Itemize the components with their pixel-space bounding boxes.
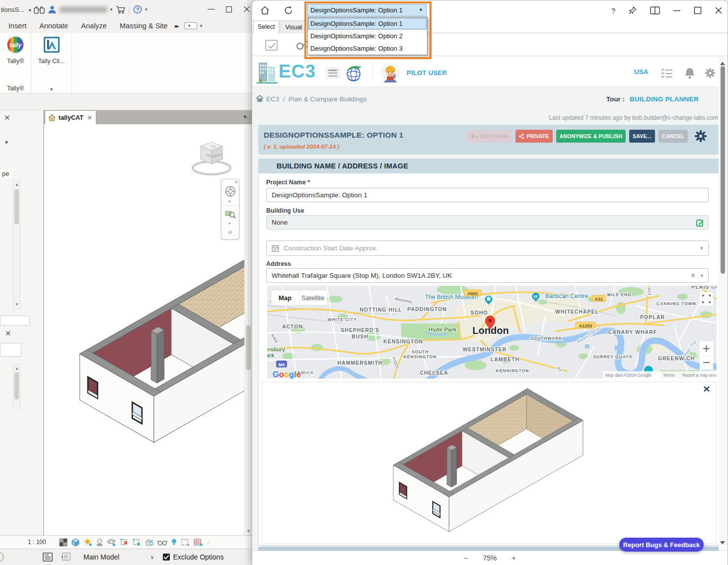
view-tab-tallycat[interactable]: tallyCAT ✕ [45, 110, 96, 124]
collapse-arrow-icon[interactable]: ◂ [28, 7, 31, 12]
dropdown-option-1[interactable]: DesignOptionsSample: Option 1 [308, 17, 427, 30]
breadcrumb-home-icon[interactable] [256, 95, 264, 102]
design-option-caret[interactable]: ∨ [150, 554, 154, 561]
detail-level-icon[interactable] [71, 538, 80, 547]
building-settings-gear-icon[interactable] [694, 130, 707, 143]
tally-button[interactable]: tally Tally® [1, 35, 29, 65]
dropdown-option-2[interactable]: DesignOptionsSample: Option 2 [308, 30, 427, 42]
ec3-logo-text[interactable]: EC3 [279, 61, 316, 82]
close-button[interactable] [243, 6, 250, 13]
tour-link[interactable]: BUILDING PLANNER [630, 95, 699, 103]
anonymize-publish-button[interactable]: ANONYMIZE & PUBLISH [556, 130, 626, 143]
region-selector[interactable]: USA [634, 68, 649, 76]
tab-visualize[interactable]: Visual [280, 20, 308, 33]
remove-image-icon[interactable]: ✕ [703, 384, 711, 395]
section-header[interactable]: BUILDING NAME / ADDRESS / IMAGE [258, 159, 719, 173]
breadcrumb-root[interactable]: EC3 [266, 95, 279, 103]
rendering-dialog-icon[interactable] [107, 538, 116, 547]
ribbon-panel-label[interactable]: Tally® [0, 85, 31, 92]
crop-view-off-icon[interactable] [120, 538, 129, 547]
minimize-button[interactable] [208, 6, 215, 13]
panel-input-fragment[interactable] [0, 316, 30, 325]
scroll-down-arrow[interactable] [720, 541, 725, 547]
user-account-icon[interactable] [48, 5, 57, 14]
expand-tabs-icon[interactable]: ▸▸ [175, 23, 178, 29]
exclude-options-checkbox[interactable] [163, 554, 170, 561]
zoom-out-button[interactable]: − [464, 554, 468, 562]
panel-close-icon-2[interactable]: ✕ [5, 329, 11, 338]
reveal-hidden-icon[interactable] [171, 538, 177, 547]
split-view-icon[interactable] [650, 6, 660, 14]
canvas-vertical-scrollbar[interactable]: ▼ [244, 124, 252, 535]
user-name[interactable]: PILOT USER [407, 69, 447, 77]
shadows-icon[interactable] [96, 538, 103, 547]
design-options-picker-icon[interactable] [61, 553, 71, 562]
select-checkbox-icon[interactable] [265, 40, 278, 51]
view-tab-close-icon[interactable]: ✕ [87, 114, 92, 121]
selection-box-icon[interactable] [181, 538, 190, 547]
help-icon[interactable]: ? [611, 6, 615, 15]
notifications-bell-icon[interactable] [684, 67, 695, 79]
google-map[interactable]: NOTTING HILLPADDINGTONWHITE CITYACTONSHE… [267, 286, 717, 379]
help-dropdown-caret[interactable]: ▾ [145, 7, 147, 12]
minimize-icon[interactable] [673, 6, 681, 14]
private-button[interactable]: PRIVATE [515, 130, 552, 143]
panel-close-icon[interactable]: ✕ [4, 113, 10, 122]
ribbon-dropdown-caret[interactable]: ▾ [200, 23, 203, 28]
model-canvas[interactable]: FRONT RIGHT TOP ⊗ ▾ ▾ ⊖ ▼ [44, 124, 252, 535]
c-change-globe-icon[interactable] [344, 63, 364, 82]
maximize-button[interactable] [225, 6, 232, 13]
page-scrollbar[interactable] [719, 56, 727, 551]
visual-style-icon[interactable] [59, 538, 68, 547]
crop-region-icon[interactable] [132, 538, 141, 547]
construction-date-field[interactable]: Construction Start Date Approx. ▼ [266, 241, 709, 256]
project-name-input[interactable]: DesignOptionsSample: Option 1 [266, 188, 709, 202]
view-tab-menu-icon[interactable]: ▼̶ [242, 114, 248, 120]
save-button[interactable]: SAVE... [629, 130, 655, 143]
scroll-thumb[interactable] [721, 66, 725, 274]
menu-icon[interactable] [325, 67, 340, 79]
pin-icon[interactable] [628, 6, 637, 15]
undo-button[interactable]: Can't Undo [467, 130, 512, 143]
navigation-bar[interactable]: ⊗ ▾ ▾ ⊖ [221, 179, 239, 240]
ec3-logo-icon[interactable] [257, 60, 279, 83]
maximize-icon[interactable] [694, 6, 702, 14]
tally-climate-button[interactable]: Tally Cli... [38, 35, 66, 65]
scale-control[interactable]: 1 : 100 [28, 539, 46, 546]
dropdown-option-3[interactable]: DesignOptionsSample: Option 3 [308, 42, 427, 55]
panel-dropdown-caret[interactable]: ▼ [4, 140, 9, 145]
properties-scrollbar[interactable]: ▲ ▼ [13, 180, 20, 309]
close-icon[interactable] [715, 6, 723, 14]
unlocked-view-icon[interactable] [145, 538, 154, 547]
ribbon-display-toggle[interactable] [184, 22, 197, 29]
address-dropdown-caret[interactable]: ▼ [700, 273, 704, 278]
zoom-in-button[interactable]: + [512, 554, 516, 562]
pilot-user-avatar[interactable] [380, 62, 401, 83]
temporary-hide-isolate-icon[interactable] [157, 539, 167, 546]
zoom-tool-icon[interactable] [225, 208, 236, 219]
help-icon[interactable]: ? [133, 5, 142, 14]
user-dropdown-caret[interactable]: ▾ [110, 7, 113, 12]
ribbon-tab-insert[interactable]: Insert [8, 22, 26, 30]
steering-wheel-icon[interactable] [224, 185, 236, 197]
home-icon[interactable] [260, 5, 270, 15]
viewcube[interactable]: FRONT RIGHT TOP [191, 139, 232, 177]
cancel-button[interactable]: CANCEL [658, 130, 688, 143]
edit-icon[interactable] [696, 219, 704, 227]
scroll-up-arrow[interactable] [720, 59, 725, 65]
sun-path-icon[interactable] [83, 538, 92, 547]
analytical-model-icon[interactable] [193, 538, 203, 547]
clear-address-icon[interactable]: ✕ [690, 272, 696, 279]
design-option-select[interactable]: DesignOptionsSample: Option 1 ▼ [307, 4, 427, 16]
properties-scrollbar-2[interactable]: ▲ [13, 364, 20, 408]
refresh-icon[interactable] [284, 5, 293, 15]
panel-box-fragment[interactable] [0, 343, 21, 357]
building-use-field[interactable]: None [266, 215, 709, 230]
ribbon-tab-massing-site[interactable]: Massing & Site [120, 22, 168, 30]
ribbon-panel2-caret[interactable]: ▾ [31, 86, 72, 92]
date-dropdown-caret[interactable]: ▼ [699, 245, 704, 251]
active-design-option[interactable]: Main Model [83, 553, 119, 561]
ribbon-tab-annotate[interactable]: Annotate [39, 22, 68, 30]
checklist-icon[interactable] [661, 68, 673, 78]
cart-icon[interactable] [116, 5, 126, 14]
